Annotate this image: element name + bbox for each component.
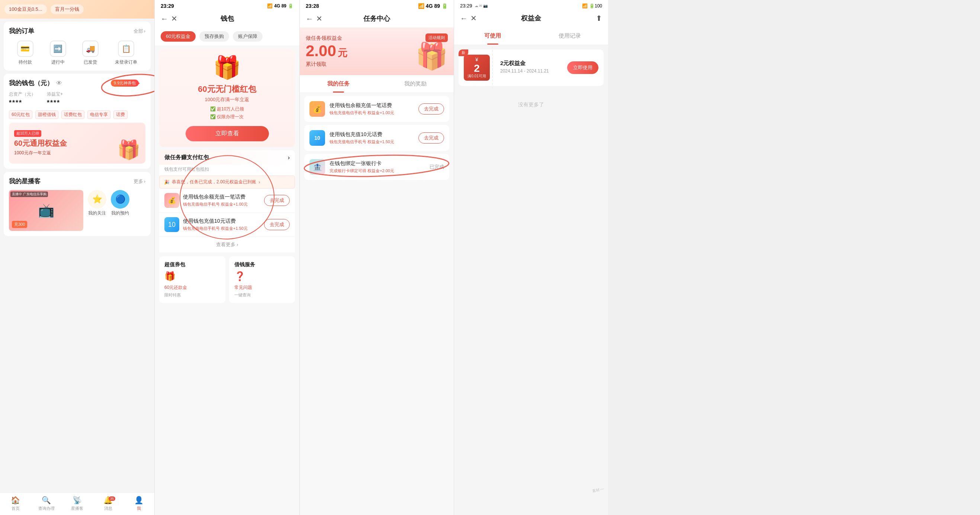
wallet-balance-rows: 总资产（元） **** 添益宝+ **** [9, 91, 145, 107]
p3-back-button[interactable]: ← [306, 14, 313, 23]
p2-status-time: 23:29 [161, 3, 174, 9]
not-logged-label: 未登录订单 [115, 59, 137, 65]
p2-signal-icon: 📶 [267, 3, 273, 8]
panel-1-my-account: 100金豆兑0.5... 盲月一分钱 我的订单 全部 › 💳 待付款 ➡️ 进行… [0, 0, 154, 515]
p4-coupon-condition: 满0.01可用 [468, 74, 486, 79]
p2-task-0-btn[interactable]: 去完成 [264, 195, 290, 206]
wallet-tag-0[interactable]: 60元红包 [9, 110, 32, 119]
eye-icon[interactable]: 👁 [56, 80, 62, 87]
promo-banner[interactable]: 超10万人已得 60元通用权益金 1000元存一年立返 🎁 [9, 123, 145, 164]
nav-me[interactable]: 👤 我 [124, 496, 154, 511]
p2-tab-1[interactable]: 预存换购 [199, 31, 229, 41]
orders-all-link[interactable]: 全部 › [134, 28, 145, 35]
shipped-label: 已发货 [84, 59, 97, 65]
magic-voucher-badge-container: 9.9元神券包 [111, 79, 145, 87]
p2-tabs: 60元权益金 预存换购 账户保障 [155, 27, 299, 45]
p2-header: ← ✕ 钱包 [155, 10, 299, 27]
p4-coupon-separator [492, 49, 492, 86]
p3-task-1-btn[interactable]: 去完成 [418, 132, 444, 143]
star-title: 我的星播客 [9, 177, 41, 186]
p2-task-0-icon: 💰 [164, 193, 179, 208]
total-assets-value: **** [9, 99, 36, 107]
p3-hero-unit: 元 [338, 46, 347, 59]
in-progress-icon: ➡️ [50, 41, 66, 57]
magic-voucher-badge[interactable]: 9.9元神券包 [111, 79, 139, 87]
banner-item-2[interactable]: 盲月一分钱 [51, 5, 84, 14]
nav-message[interactable]: 🔔 35 消息 [92, 496, 124, 511]
p4-coupon-amount-section: ¥ 2 满0.01可用 [464, 55, 490, 81]
p2-loan-link[interactable]: 常见问题 [234, 285, 290, 291]
star-header: 我的星播客 更多 › [9, 177, 145, 186]
p2-more-link[interactable]: 查看更多 › [159, 237, 295, 253]
p2-task-1-icon: 10 [164, 217, 179, 232]
pending-payment-label: 待付款 [19, 59, 32, 65]
star-follow-item[interactable]: ⭐ 我的关注 [88, 190, 107, 231]
p3-task-0-desc: 钱包充值电信手机号 权益金+1.00元 [329, 110, 414, 116]
p2-hero-decoration: 🎁 [213, 54, 241, 81]
live-thumbnail[interactable]: 直播中 广东电信乐享购 📺 充300 [9, 190, 83, 231]
tianyibao-label: 添益宝+ [47, 91, 63, 97]
nav-search[interactable]: 🔍 查询办理 [31, 496, 62, 511]
wallet-tag-1[interactable]: 甜橙借钱 [35, 110, 58, 119]
p4-coupon-symbol: ¥ [475, 57, 478, 62]
order-item-pending-payment[interactable]: 💳 待付款 [17, 41, 33, 65]
p4-battery-text: 🔋100 [589, 3, 602, 8]
arrow-right-icon: › [144, 28, 145, 34]
tianyibao-col: 添益宝+ **** [47, 91, 63, 107]
p2-task-subtitle: 钱包支付可用红包抵扣 [159, 165, 295, 175]
p4-share-button[interactable]: ⬆ [596, 14, 602, 23]
p4-tab-history[interactable]: 使用记录 [531, 27, 608, 45]
p2-task-section-container: 做任务赚支付红包 › 钱包支付可用红包抵扣 🎉 恭喜您，任务已完成，2.00元权… [155, 150, 299, 253]
p2-back-button[interactable]: ← [161, 14, 168, 23]
p2-task-0-name: 使用钱包余额充值一笔话费 [183, 194, 260, 200]
p2-tab-0[interactable]: 60元权益金 [161, 31, 196, 41]
p2-voucher-link[interactable]: 60元还款金 [164, 285, 220, 291]
p4-tab-usable[interactable]: 可使用 [454, 27, 531, 45]
order-item-in-progress[interactable]: ➡️ 进行中 [50, 41, 66, 65]
p3-tab-my-tasks[interactable]: 我的任务 [300, 75, 377, 92]
pending-payment-icon: 💳 [17, 41, 33, 57]
live-charge-badge: 充300 [12, 221, 27, 228]
p3-task-2-container: 🏦 在钱包绑定一张银行卡 完成银行卡绑定可得 权益金+2.00元 已完成 [300, 154, 454, 180]
watermark: 素材·一 [592, 486, 605, 493]
order-item-shipped[interactable]: 🚚 已发货 [82, 41, 99, 65]
p3-close-button[interactable]: ✕ [316, 14, 323, 23]
nav-home[interactable]: 🏠 首页 [0, 496, 31, 511]
star-broadcast-section: 我的星播客 更多 › 直播中 广东电信乐享购 📺 充300 ⭐ 我的关注 🔵 我… [4, 172, 151, 236]
p3-task-2-name: 在钱包绑定一张银行卡 [329, 160, 425, 167]
p2-success-arrow: › [258, 180, 260, 185]
wallet-tag-3[interactable]: 电信专享 [88, 110, 110, 119]
tianyibao-value: **** [47, 99, 63, 107]
p4-tabs-row: 可使用 使用记录 [454, 27, 608, 45]
p2-close-button[interactable]: ✕ [171, 14, 177, 23]
p4-use-now-button[interactable]: 立即使用 [567, 61, 598, 74]
nav-star[interactable]: 📡 星播客 [62, 496, 92, 511]
p3-tab-my-rewards[interactable]: 我的奖励 [377, 75, 454, 92]
p2-task-1-name: 使用钱包充值10元话费 [183, 218, 260, 224]
p2-task-0-desc: 钱包充值电信手机号 权益金+1.00元 [183, 202, 260, 207]
p2-task-1-btn[interactable]: 去完成 [264, 219, 290, 230]
promo-badge: 超10万人已得 [14, 130, 41, 137]
p4-back-button[interactable]: ← [460, 14, 468, 23]
p4-close-button[interactable]: ✕ [471, 14, 477, 23]
p2-tab-2[interactable]: 账户保障 [233, 31, 262, 41]
banner-item-1[interactable]: 100金豆兑0.5... [5, 5, 47, 14]
wallet-tag-2[interactable]: 话费红包 [61, 110, 84, 119]
wallet-tag-4[interactable]: 话费 [113, 110, 127, 119]
p2-hero-cta-button[interactable]: 立即查看 [186, 126, 269, 141]
p3-task-0-btn[interactable]: 去完成 [418, 103, 444, 114]
p4-coupon-amount: 2 [474, 63, 480, 74]
message-label: 消息 [104, 506, 112, 511]
p2-hero-checks: ✅ 超10万人已领 ✅ 仅限办理一次 [210, 106, 244, 120]
star-reserve-item[interactable]: 🔵 我的预约 [111, 190, 129, 231]
p4-signal-icon: 📶 [582, 3, 588, 8]
p2-more-arrow: › [237, 242, 238, 247]
order-item-not-logged-in[interactable]: 📋 未登录订单 [115, 41, 137, 65]
p3-task-item-2: 🏦 在钱包绑定一张银行卡 完成银行卡绑定可得 权益金+2.00元 已完成 [304, 154, 449, 180]
p2-battery-icon: 🔋 [288, 3, 293, 8]
gift-decoration: 🎁 [117, 139, 140, 161]
p4-status-extra: ☁ ✉ 📷 [474, 4, 488, 8]
star-more-link[interactable]: 更多 › [134, 177, 145, 186]
p2-hero-check-1: ✅ 仅限办理一次 [210, 114, 243, 120]
p3-task-2-info: 在钱包绑定一张银行卡 完成银行卡绑定可得 权益金+2.00元 [329, 160, 425, 174]
